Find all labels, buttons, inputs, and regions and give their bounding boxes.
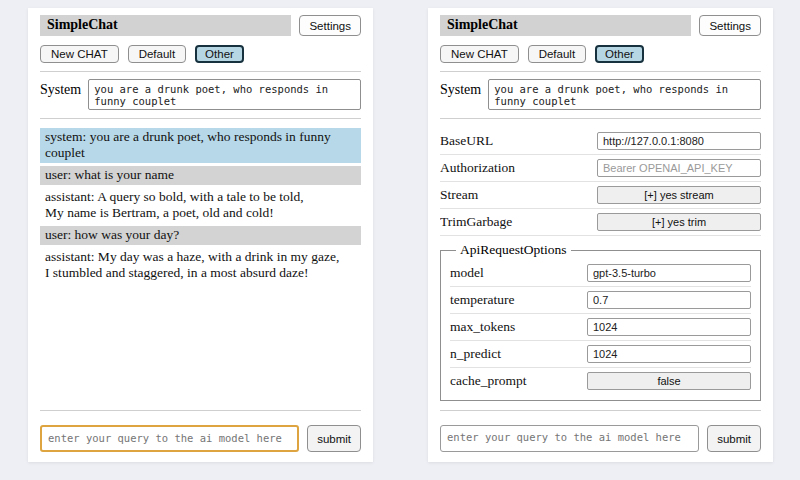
divider	[440, 118, 761, 119]
max-tokens-label: max_tokens	[450, 319, 515, 335]
cache-prompt-toggle-button[interactable]: false	[587, 372, 751, 390]
divider	[440, 71, 761, 72]
temperature-input[interactable]	[587, 291, 751, 309]
query-input[interactable]	[440, 425, 699, 452]
api-request-options-legend: ApiRequestOptions	[456, 242, 571, 258]
setting-row-trimgarbage: TrimGarbage [+] yes trim	[440, 209, 761, 236]
chat-message-user: user: how was your day?	[40, 226, 361, 245]
api-request-options-fieldset: ApiRequestOptions model temperature max_…	[440, 242, 761, 401]
chat-session-other-button[interactable]: Other	[595, 45, 644, 63]
settings-button[interactable]: Settings	[699, 15, 761, 36]
query-input[interactable]	[40, 425, 299, 452]
chat-session-buttons: New CHAT Default Other	[440, 45, 761, 63]
divider	[40, 118, 361, 119]
app-title: SimpleChat	[40, 15, 291, 36]
system-prompt-input[interactable]: you are a drunk poet, who responds in fu…	[88, 79, 361, 110]
stream-toggle-button[interactable]: [+] yes stream	[597, 186, 761, 204]
divider	[40, 410, 361, 411]
cache-prompt-label: cache_prompt	[450, 373, 526, 389]
titlebar: SimpleChat Settings	[40, 15, 361, 36]
settings-panel: SimpleChat Settings New CHAT Default Oth…	[428, 8, 773, 462]
trimgarbage-toggle-button[interactable]: [+] yes trim	[597, 213, 761, 231]
setting-row-stream: Stream [+] yes stream	[440, 182, 761, 209]
settings-button[interactable]: Settings	[299, 15, 361, 36]
chat-session-default-button[interactable]: Default	[528, 45, 586, 63]
setting-row-temperature: temperature	[450, 287, 751, 314]
setting-row-cache-prompt: cache_prompt false	[450, 368, 751, 394]
chat-panel: SimpleChat Settings New CHAT Default Oth…	[28, 8, 373, 462]
chat-message-user: user: what is your name	[40, 166, 361, 185]
query-row: submit	[40, 425, 361, 452]
temperature-label: temperature	[450, 292, 514, 308]
setting-row-authorization: Authorization	[440, 155, 761, 182]
system-label: System	[440, 79, 481, 98]
setting-row-baseurl: BaseURL	[440, 128, 761, 155]
app-title: SimpleChat	[440, 15, 691, 36]
new-chat-button[interactable]: New CHAT	[40, 45, 119, 63]
system-prompt-row: System you are a drunk poet, who respond…	[40, 79, 361, 110]
system-prompt-input[interactable]: you are a drunk poet, who responds in fu…	[488, 79, 761, 110]
baseurl-input[interactable]	[597, 132, 761, 150]
n-predict-input[interactable]	[587, 345, 751, 363]
query-row: submit	[440, 425, 761, 452]
titlebar: SimpleChat Settings	[440, 15, 761, 36]
chat-message-assistant: assistant: A query so bold, with a tale …	[40, 188, 361, 223]
chat-message-system: system: you are a drunk poet, who respon…	[40, 128, 361, 163]
submit-button[interactable]: submit	[307, 425, 361, 452]
chat-session-other-button[interactable]: Other	[195, 45, 244, 63]
model-label: model	[450, 265, 484, 281]
divider	[440, 410, 761, 411]
max-tokens-input[interactable]	[587, 318, 751, 336]
settings-form: BaseURL Authorization Stream [+] yes str…	[440, 128, 761, 402]
chat-messages: system: you are a drunk poet, who respon…	[40, 128, 361, 402]
stream-label: Stream	[440, 187, 478, 203]
chat-message-assistant: assistant: My day was a haze, with a dri…	[40, 248, 361, 283]
system-prompt-row: System you are a drunk poet, who respond…	[440, 79, 761, 110]
new-chat-button[interactable]: New CHAT	[440, 45, 519, 63]
trimgarbage-label: TrimGarbage	[440, 214, 512, 230]
setting-row-max-tokens: max_tokens	[450, 314, 751, 341]
baseurl-label: BaseURL	[440, 133, 493, 149]
chat-session-default-button[interactable]: Default	[128, 45, 186, 63]
chat-session-buttons: New CHAT Default Other	[40, 45, 361, 63]
setting-row-model: model	[450, 260, 751, 287]
system-label: System	[40, 79, 81, 98]
model-input[interactable]	[587, 264, 751, 282]
setting-row-n-predict: n_predict	[450, 341, 751, 368]
n-predict-label: n_predict	[450, 346, 501, 362]
authorization-label: Authorization	[440, 160, 515, 176]
submit-button[interactable]: submit	[707, 425, 761, 452]
divider	[40, 71, 361, 72]
authorization-input[interactable]	[597, 159, 761, 177]
